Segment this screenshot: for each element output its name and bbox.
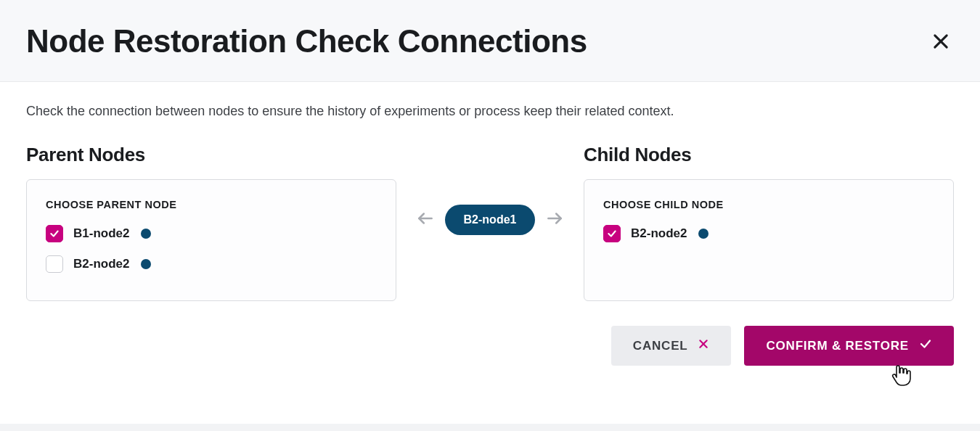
arrow-left-icon — [416, 209, 435, 231]
center-column: B2-node1 — [405, 144, 575, 235]
child-node-label: B2-node2 — [631, 226, 687, 241]
child-box: CHOOSE CHILD NODE B2-node2 — [584, 179, 954, 301]
child-box-label: CHOOSE CHILD NODE — [603, 199, 934, 210]
cancel-button-label: CANCEL — [633, 339, 688, 353]
status-dot-icon — [698, 229, 709, 239]
child-node-row: B2-node2 — [603, 225, 934, 242]
parent-heading: Parent Nodes — [26, 144, 396, 166]
parent-column: Parent Nodes CHOOSE PARENT NODE B1-node2 — [26, 144, 396, 301]
confirm-button-label: CONFIRM & RESTORE — [766, 339, 909, 353]
center-node-pill: B2-node1 — [445, 205, 536, 235]
modal-body: Check the connection between nodes to en… — [0, 82, 980, 392]
child-heading: Child Nodes — [584, 144, 954, 166]
modal-title: Node Restoration Check Connections — [26, 23, 587, 59]
parent-node-label: B2-node2 — [73, 257, 129, 271]
cancel-x-icon — [698, 338, 709, 353]
close-button[interactable] — [928, 28, 954, 54]
arrow-right-icon — [545, 209, 564, 231]
parent-node-row: B1-node2 — [46, 225, 377, 242]
parent-box: CHOOSE PARENT NODE B1-node2 B2-node2 — [26, 179, 396, 301]
modal-node-restoration: Node Restoration Check Connections Check… — [0, 0, 980, 424]
child-column: Child Nodes CHOOSE CHILD NODE B2-node2 — [584, 144, 954, 301]
parent-node-checkbox[interactable] — [46, 255, 63, 273]
status-dot-icon — [141, 229, 151, 239]
columns: Parent Nodes CHOOSE PARENT NODE B1-node2 — [26, 144, 954, 301]
cancel-button[interactable]: CANCEL — [611, 326, 732, 366]
confirm-check-icon — [919, 337, 932, 354]
confirm-restore-button[interactable]: CONFIRM & RESTORE — [744, 326, 954, 366]
parent-node-row: B2-node2 — [46, 255, 377, 273]
parent-node-label: B1-node2 — [73, 226, 129, 241]
close-icon — [931, 31, 951, 52]
center-group: B2-node1 — [416, 205, 565, 235]
child-node-checkbox[interactable] — [603, 225, 621, 242]
parent-box-label: CHOOSE PARENT NODE — [46, 199, 377, 210]
parent-node-checkbox[interactable] — [46, 225, 63, 242]
status-dot-icon — [141, 259, 151, 269]
modal-header: Node Restoration Check Connections — [0, 0, 980, 82]
description-text: Check the connection between nodes to en… — [26, 104, 954, 119]
footer-actions: CANCEL CONFIRM & RESTORE — [26, 326, 954, 366]
